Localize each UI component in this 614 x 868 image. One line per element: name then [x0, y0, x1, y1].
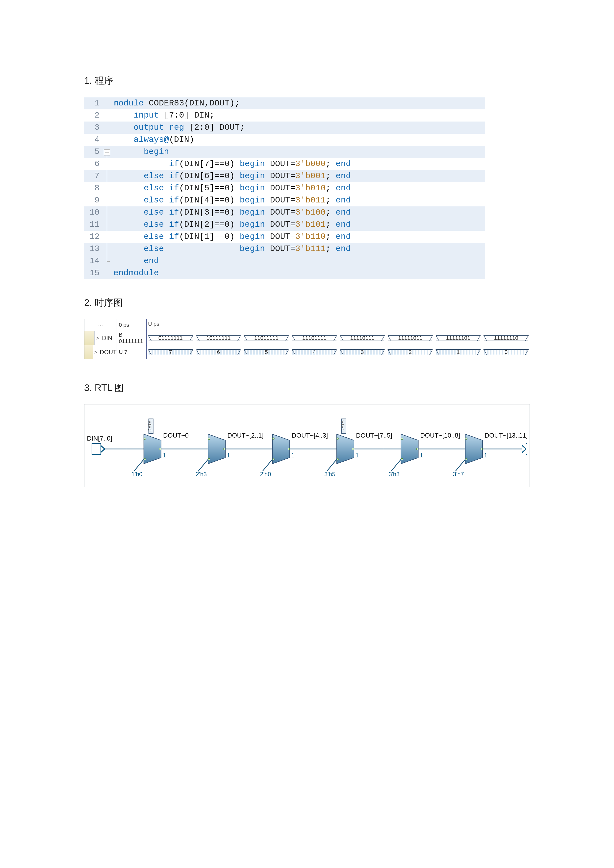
mux-pin: [481, 448, 482, 450]
wave-ruler: ⋯ 0 ps U ps: [84, 319, 530, 331]
code-text: always@(DIN): [112, 134, 485, 146]
line-number: 7: [84, 170, 102, 182]
wave-value: 5: [265, 349, 268, 355]
code-line: 5 begin: [84, 146, 485, 158]
code-text: else if(DIN[4]==0) begin DOUT=3'b011; en…: [112, 194, 485, 206]
code-line: 10 else if(DIN[3]==0) begin DOUT=3'b100;…: [84, 206, 485, 219]
fold-gutter: [102, 243, 112, 255]
code-text: else if(DIN[6]==0) begin DOUT=3'b001; en…: [112, 170, 485, 182]
output-port: [526, 443, 527, 454]
bus-literal: 2'h0: [260, 471, 271, 477]
mux-block: [465, 434, 482, 464]
wave-signal-label: DOUT: [98, 349, 116, 356]
fold-gutter: [102, 194, 112, 206]
code-line: 13 else begin DOUT=3'b111; end: [84, 243, 485, 255]
fold-gutter: [102, 231, 112, 243]
expand-icon[interactable]: >: [93, 349, 98, 355]
mux-pin: [337, 437, 339, 440]
line-number: 6: [84, 158, 102, 170]
fold-gutter: [102, 219, 112, 231]
node-label: DOUT~[2..1]: [227, 432, 264, 439]
bus-literal: 3'h7: [453, 471, 464, 477]
node-label: DOUT~0: [163, 432, 189, 439]
wave-value: 7: [169, 349, 172, 355]
wave-value: 11111011: [398, 335, 422, 341]
wave-value: 11110111: [350, 335, 374, 341]
fold-gutter: [102, 170, 112, 182]
line-number: 11: [84, 219, 102, 231]
bus-literal: 1'h0: [132, 471, 143, 477]
mux-pin: [272, 458, 274, 460]
node-label: DOUT~[7..5]: [356, 432, 392, 439]
bus-width: 1: [355, 452, 359, 459]
code-line: 8 else if(DIN[5]==0) begin DOUT=3'b010; …: [84, 182, 485, 194]
expand-icon[interactable]: >: [95, 335, 101, 341]
code-line: 12 else if(DIN[1]==0) begin DOUT=3'b110;…: [84, 231, 485, 243]
wire: [198, 459, 208, 471]
port-arrow-icon: [101, 445, 105, 453]
wire: [262, 459, 272, 471]
mux-pin: [401, 437, 403, 440]
wave-value: 0: [505, 349, 507, 355]
wave-row: >DINB 0111111101111111101111111101111111…: [84, 331, 530, 345]
line-number: 10: [84, 206, 102, 219]
fold-gutter: [102, 158, 112, 170]
wave-row: >DOUTU 776543210: [84, 345, 530, 359]
wave-value: 4: [313, 349, 316, 355]
line-number: 1: [84, 97, 102, 109]
ruler-track: U ps: [147, 319, 530, 331]
line-number: 14: [84, 255, 102, 267]
mux-pin: [288, 448, 290, 450]
wave-segment: 11111101: [434, 331, 482, 345]
mux-pin: [159, 448, 161, 450]
code-text: output reg [2:0] DOUT;: [112, 121, 485, 134]
wave-signal-icon: [84, 345, 93, 359]
bus-width: 1: [484, 452, 487, 459]
wave-segment: 10111111: [195, 331, 243, 345]
wave-segment: 01111111: [147, 331, 195, 345]
ruler-name-col: ⋯: [84, 319, 117, 331]
code-line: 14 end: [84, 255, 485, 267]
node-label: DOUT~[10..8]: [420, 432, 460, 439]
mux-pin: [272, 437, 274, 440]
mux-block: [337, 434, 354, 464]
fold-gutter: [102, 267, 112, 279]
fold-gutter: [102, 109, 112, 121]
code-text: else if(DIN[3]==0) begin DOUT=3'b100; en…: [112, 206, 485, 219]
heading-rtl: 3. RTL 图: [84, 382, 530, 394]
fold-gutter: [102, 182, 112, 194]
port-arrow-icon: [522, 445, 526, 453]
wire: [327, 459, 337, 471]
line-number: 8: [84, 182, 102, 194]
mux-block: [144, 434, 161, 464]
bus-width: 1: [420, 452, 423, 459]
mux-pin: [208, 458, 210, 460]
rtl-viewer: DIN[7..0]DATADOUT~01'h01DOUT~[2..1]2'h31…: [84, 404, 530, 487]
ruler-t1: U ps: [148, 321, 159, 327]
mux-pin: [352, 448, 354, 450]
fold-gutter[interactable]: [102, 146, 112, 158]
code-text: input [7:0] DIN;: [112, 109, 485, 121]
wave-value: 1: [457, 349, 459, 355]
wave-segment: 0: [482, 345, 530, 359]
code-line: 15endmodule: [84, 267, 485, 279]
mux-pin: [465, 437, 467, 440]
line-number: 15: [84, 267, 102, 279]
line-number: 2: [84, 109, 102, 121]
code-line: 9 else if(DIN[4]==0) begin DOUT=3'b011; …: [84, 194, 485, 206]
wave-signal-name[interactable]: >DIN: [84, 331, 117, 345]
wave-segment: 4: [290, 345, 338, 359]
node-label: DOUT~[4..3]: [291, 432, 328, 439]
wave-track: 76543210: [147, 345, 530, 359]
wave-value: 11111101: [446, 335, 470, 341]
code-line: 1module CODER83(DIN,DOUT);: [84, 97, 485, 109]
code-line: 2 input [7:0] DIN;: [84, 109, 485, 121]
fold-gutter: [102, 255, 112, 267]
wave-segment: 11011111: [242, 331, 290, 345]
wave-segment: 11111011: [386, 331, 434, 345]
heading-program: 1. 程序: [84, 74, 530, 87]
code-line: 3 output reg [2:0] DOUT;: [84, 121, 485, 134]
wave-segment: 5: [242, 345, 290, 359]
mux-pin: [144, 437, 146, 440]
wave-signal-name[interactable]: >DOUT: [84, 345, 117, 359]
